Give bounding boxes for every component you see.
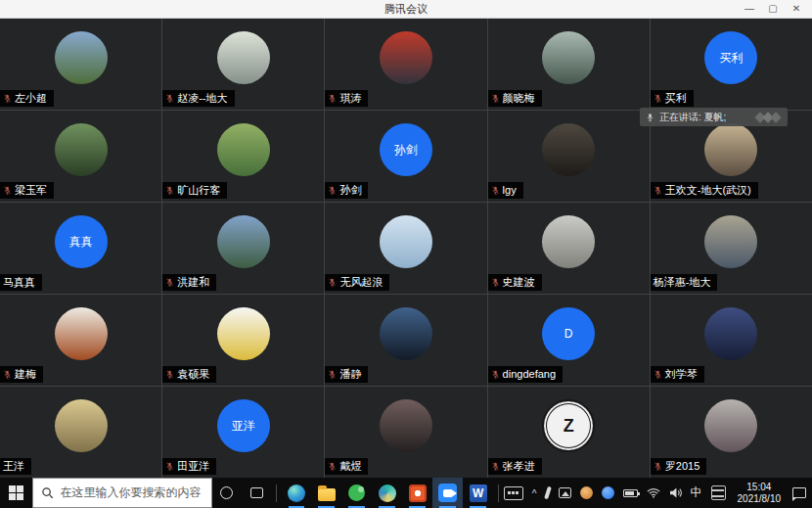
search-input[interactable]: 在这里输入你要搜索的内容 — [32, 478, 212, 508]
ime-mode-icon[interactable] — [711, 485, 726, 500]
edge-button[interactable] — [282, 478, 312, 508]
participant-tile[interactable]: 袁硕果 — [162, 295, 324, 386]
participant-tile[interactable]: 杨泽惠-地大 — [651, 203, 812, 294]
participant-tile[interactable]: 孙剑 孙剑 — [325, 111, 486, 202]
participant-tile[interactable]: 买利 买利 — [651, 19, 812, 110]
cortana-button[interactable] — [212, 478, 243, 508]
action-center-button[interactable] — [792, 487, 806, 498]
battery-icon[interactable] — [623, 489, 638, 497]
participant-name-tag: 刘学琴 — [651, 366, 704, 383]
muted-mic-icon — [491, 462, 500, 471]
participant-tile[interactable]: 王洋 — [0, 387, 161, 478]
participant-name-tag: 琪涛 — [325, 90, 368, 107]
muted-mic-icon — [328, 370, 337, 379]
participant-tile[interactable]: 旷山行客 — [162, 111, 324, 202]
participant-tile[interactable]: 刘学琴 — [651, 295, 812, 386]
edge-icon — [288, 485, 305, 502]
avatar — [542, 215, 595, 268]
participant-tile[interactable]: D dingdefang — [488, 295, 650, 386]
round-app-button[interactable] — [372, 478, 402, 508]
avatar — [217, 307, 270, 360]
wechat-button[interactable] — [341, 478, 372, 508]
participant-tile[interactable]: 颜晓梅 — [488, 19, 650, 110]
muted-mic-icon — [165, 186, 174, 195]
participant-name-tag: 无风起浪 — [325, 274, 389, 291]
avatar — [55, 399, 108, 452]
avatar — [380, 399, 432, 452]
avatar — [704, 123, 757, 176]
participant-name: 王欢文-地大(武汉) — [665, 183, 751, 198]
tencent-meeting-button[interactable] — [432, 478, 463, 508]
participant-tile[interactable]: 亚洋 田亚洋 — [162, 387, 324, 478]
avatar — [380, 31, 432, 84]
participant-name: 无风起浪 — [339, 275, 383, 290]
participant-tile[interactable]: 史建波 — [488, 203, 650, 294]
close-button[interactable]: ✕ — [785, 0, 808, 18]
task-view-button[interactable] — [242, 478, 270, 508]
muted-mic-icon — [328, 462, 337, 471]
speaking-toast: 正在讲话: 夏帆; — [640, 108, 788, 126]
participant-tile[interactable]: 真真 马真真 — [0, 203, 161, 294]
taskbar-clock[interactable]: 15:04 2021/8/10 — [735, 482, 785, 505]
word-button[interactable]: W — [463, 478, 493, 508]
chevron-up-icon[interactable]: ^ — [532, 488, 537, 499]
muted-mic-icon — [165, 278, 174, 287]
ime-language-indicator[interactable]: 中 — [691, 485, 702, 501]
pen-icon[interactable] — [544, 486, 552, 500]
gear-app-button[interactable] — [402, 478, 432, 508]
participant-name-tag: 建梅 — [0, 366, 43, 383]
participant-name: 梁玉军 — [15, 183, 47, 198]
participant-name-tag: lgy — [488, 182, 523, 199]
cortana-icon — [220, 486, 233, 499]
participant-tile[interactable]: 梁玉军 — [0, 111, 161, 202]
participant-tile[interactable]: 赵凌--地大 — [162, 19, 324, 110]
participant-tile[interactable]: 无风起浪 — [325, 203, 486, 294]
participant-name: 田亚洋 — [177, 459, 209, 474]
muted-mic-icon — [328, 278, 337, 287]
participant-tile[interactable]: 罗2015 — [651, 387, 812, 478]
participant-name: 琪涛 — [339, 91, 361, 106]
participant-tile[interactable]: lgy — [488, 111, 650, 202]
participant-tile[interactable]: 洪建和 — [162, 203, 324, 294]
avatar — [217, 123, 270, 176]
participant-name-tag: 左小超 — [0, 90, 54, 107]
muted-mic-icon — [165, 462, 174, 471]
word-icon: W — [470, 485, 487, 502]
participant-name-tag: dingdefang — [488, 366, 563, 383]
taskbar: 在这里输入你要搜索的内容 W ^ — [0, 478, 812, 508]
task-view-icon — [250, 487, 263, 498]
gear-app-icon — [409, 485, 427, 502]
file-explorer-button[interactable] — [311, 478, 341, 508]
photos-tray-icon[interactable] — [559, 487, 571, 498]
maximize-button[interactable]: ▢ — [761, 0, 785, 18]
speaking-toast-text: 正在讲话: 夏帆; — [659, 111, 726, 124]
file-explorer-icon — [318, 488, 336, 501]
start-button[interactable] — [0, 478, 32, 508]
muted-mic-icon — [654, 462, 662, 471]
participant-tile[interactable]: Z 张孝进 — [488, 387, 650, 478]
participant-tile[interactable]: 建梅 — [0, 295, 161, 386]
meeting-watermark-icon — [756, 112, 782, 123]
sogou-tray-icon[interactable] — [580, 486, 593, 499]
muted-mic-icon — [3, 186, 12, 195]
participant-name: 袁硕果 — [177, 367, 209, 382]
participant-name: 买利 — [665, 91, 687, 106]
participant-tile[interactable]: 左小超 — [0, 19, 161, 110]
minimize-button[interactable]: — — [738, 0, 761, 18]
participant-name: lgy — [503, 183, 517, 198]
blue-app-tray-icon[interactable] — [602, 486, 614, 499]
muted-mic-icon — [654, 370, 662, 379]
touch-keyboard-icon[interactable] — [504, 486, 523, 500]
avatar: Z — [542, 399, 595, 452]
participant-tile[interactable]: 戴煜 — [325, 387, 486, 478]
avatar: 真真 — [55, 215, 108, 268]
volume-icon[interactable] — [669, 487, 682, 498]
participant-tile[interactable]: 琪涛 — [325, 19, 486, 110]
muted-mic-icon — [328, 94, 337, 103]
wifi-icon[interactable] — [647, 487, 660, 498]
participant-name-tag: 赵凌--地大 — [162, 90, 234, 107]
participant-tile[interactable]: 潘静 — [325, 295, 486, 386]
participant-name: 旷山行客 — [177, 183, 220, 198]
round-app-icon — [379, 485, 396, 502]
participant-name-tag: 杨泽惠-地大 — [651, 274, 718, 291]
